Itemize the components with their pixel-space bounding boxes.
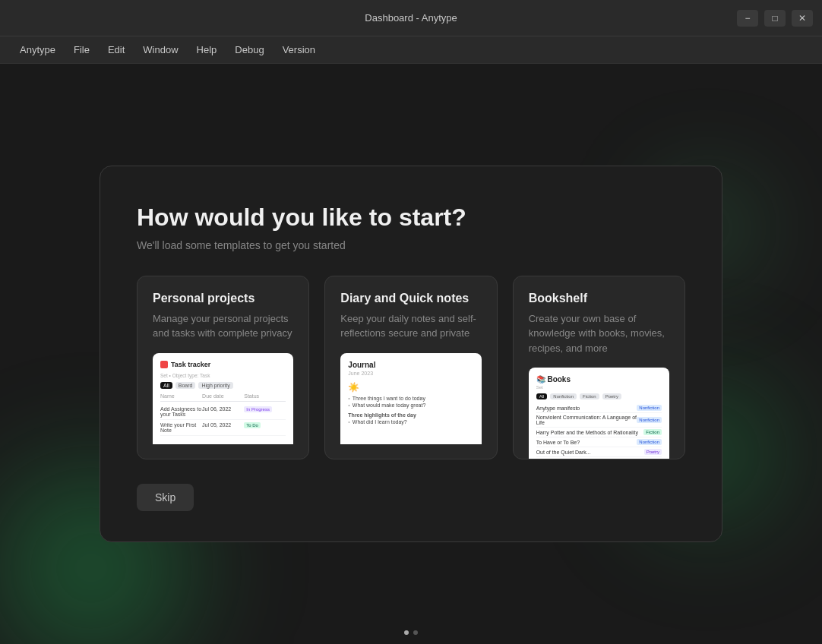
template-card-bookshelf[interactable]: Bookshelf Create your own base of knowle… bbox=[513, 276, 685, 460]
journal-section: Three highlights of the day bbox=[348, 412, 473, 418]
menu-help[interactable]: Help bbox=[189, 41, 225, 58]
minimize-button[interactable]: − bbox=[737, 10, 758, 27]
card-preview-diary: Journal June 2023 ☀️ Three things I want… bbox=[340, 353, 481, 444]
pt-table-header: Name Due date Status bbox=[160, 393, 286, 402]
card-desc-bookshelf: Create your own base of knowledge with b… bbox=[529, 311, 669, 356]
preview-task-sub: Set • Object type: Task bbox=[160, 373, 286, 378]
menu-debug[interactable]: Debug bbox=[227, 41, 271, 58]
books-filter-poetry: Poetry bbox=[602, 393, 621, 399]
col-status: Status bbox=[244, 393, 286, 399]
pb-filters: All Nonfiction Fiction Poetry bbox=[536, 393, 662, 399]
filter-all: All bbox=[160, 382, 172, 389]
dialog-heading: How would you like to start? bbox=[137, 203, 685, 232]
filter-board: Board bbox=[175, 382, 196, 389]
books-filter-all: All bbox=[536, 393, 548, 399]
book-row-4: To Have or To Be? Nonfiction bbox=[536, 437, 662, 447]
row-date-1: Jul 06, 2022 bbox=[202, 406, 244, 417]
close-button[interactable]: ✕ bbox=[792, 10, 813, 27]
menu-window[interactable]: Window bbox=[135, 41, 185, 58]
maximize-button[interactable]: □ bbox=[764, 10, 786, 27]
window-controls: − □ ✕ bbox=[737, 10, 813, 27]
pt-filter-row: All Board High priority bbox=[160, 382, 286, 389]
col-duedate: Due date bbox=[202, 393, 244, 399]
book-row-3: Harry Potter and the Methods of Rational… bbox=[536, 428, 662, 437]
books-filter-fiction: Fiction bbox=[580, 393, 599, 399]
book-row-1: Anytype manifesto Nonfiction bbox=[536, 403, 662, 413]
menu-bar: Anytype File Edit Window Help Debug Vers… bbox=[0, 36, 822, 64]
row-date-2: Jul 05, 2022 bbox=[202, 422, 244, 433]
dot-1 bbox=[404, 630, 409, 635]
card-title-bookshelf: Bookshelf bbox=[529, 292, 669, 305]
menu-file[interactable]: File bbox=[66, 41, 97, 58]
table-row: Write your First Note Jul 05, 2022 To Do bbox=[160, 420, 286, 436]
row-name-1: Add Assignees to your Tasks bbox=[160, 406, 202, 417]
pagination-dots bbox=[404, 630, 418, 635]
dialog-subheading: We'll load some templates to get you sta… bbox=[137, 239, 685, 251]
preview-books-tag: Set bbox=[536, 385, 662, 390]
journal-item-3: What did I learn today? bbox=[348, 419, 473, 425]
book-row-2: Nonviolent Communication: A Language of … bbox=[536, 413, 662, 428]
menu-anytype[interactable]: Anytype bbox=[12, 41, 63, 58]
book-row-5: Out of the Quiet Dark... Poetry bbox=[536, 447, 662, 457]
col-name: Name bbox=[160, 393, 202, 399]
menu-edit[interactable]: Edit bbox=[100, 41, 132, 58]
table-row: Add Assignees to your Tasks Jul 06, 2022… bbox=[160, 404, 286, 420]
template-card-personal-projects[interactable]: Personal projects Manage your personal p… bbox=[137, 276, 309, 460]
skip-button[interactable]: Skip bbox=[137, 484, 194, 511]
filter-priority: High priority bbox=[198, 382, 232, 389]
onboarding-dialog: How would you like to start? We'll load … bbox=[100, 166, 722, 543]
menu-version[interactable]: Version bbox=[275, 41, 323, 58]
dot-2 bbox=[413, 630, 418, 635]
journal-emoji: ☀️ bbox=[348, 382, 473, 393]
journal-item-1: Three things I want to do today bbox=[348, 396, 473, 401]
preview-books-title: 📚 Books bbox=[536, 375, 662, 384]
preview-journal-date: June 2023 bbox=[348, 371, 473, 376]
title-bar: Dashboard - Anytype − □ ✕ bbox=[0, 0, 822, 36]
card-desc-personal-projects: Manage your personal projects and tasks … bbox=[153, 311, 293, 341]
row-name-2: Write your First Note bbox=[160, 422, 202, 433]
window-title: Dashboard - Anytype bbox=[365, 12, 457, 24]
card-desc-diary: Keep your daily notes and self-reflectio… bbox=[340, 311, 481, 341]
preview-journal-title: Journal bbox=[348, 361, 473, 369]
row-status-1: In Progress bbox=[244, 406, 286, 417]
template-card-diary[interactable]: Diary and Quick notes Keep your daily no… bbox=[324, 276, 497, 460]
card-title-personal-projects: Personal projects bbox=[153, 292, 293, 305]
template-cards: Personal projects Manage your personal p… bbox=[137, 276, 685, 460]
card-preview-bookshelf: 📚 Books Set All Nonfiction Fiction Poetr… bbox=[529, 368, 669, 459]
journal-item-2: What would make today great? bbox=[348, 402, 473, 408]
main-content: How would you like to start? We'll load … bbox=[0, 64, 822, 644]
preview-task-title: Task tracker bbox=[171, 361, 210, 368]
card-title-diary: Diary and Quick notes bbox=[340, 292, 481, 305]
books-filter-nonfiction: Nonfiction bbox=[550, 393, 577, 399]
card-preview-personal-projects: Task tracker Set • Object type: Task All… bbox=[153, 353, 293, 444]
row-status-2: To Do bbox=[244, 422, 286, 433]
task-icon bbox=[160, 361, 168, 368]
